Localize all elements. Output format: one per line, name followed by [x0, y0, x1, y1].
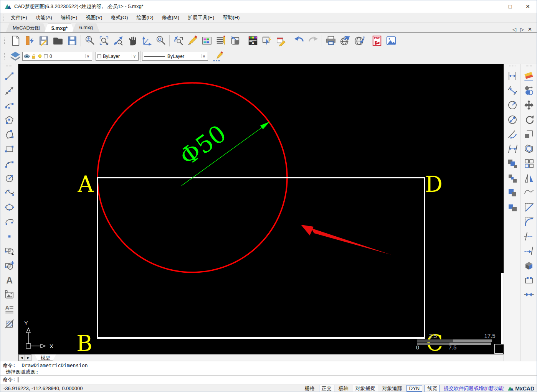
ellipse-icon[interactable]	[2, 200, 17, 214]
feedback-link[interactable]: 提交软件问题或增加新功能	[442, 385, 505, 392]
linetype-edit-icon[interactable]	[210, 49, 225, 63]
explode-icon[interactable]	[521, 258, 537, 273]
open-drawing-icon[interactable]	[22, 34, 36, 48]
draw-edit-icon[interactable]	[185, 34, 200, 48]
rotate-icon[interactable]	[521, 112, 537, 127]
zoom-realtime-icon[interactable]	[83, 34, 97, 48]
zoom-center-icon[interactable]	[154, 34, 168, 48]
minimize-button[interactable]: —	[484, 0, 501, 13]
rectangle-entity[interactable]	[97, 178, 425, 338]
canvas-vscrollbar[interactable]	[501, 273, 504, 344]
named-view-icon[interactable]	[171, 34, 185, 48]
spline-fit-icon[interactable]	[521, 185, 537, 200]
extend-icon[interactable]	[521, 244, 537, 258]
tab-next-button[interactable]: ▷	[520, 26, 524, 32]
fillet-icon[interactable]	[521, 214, 537, 229]
menu-draw[interactable]: 绘图(D)	[132, 13, 157, 22]
menu-ext-tools[interactable]: 扩展工具(E)	[183, 13, 218, 22]
zoom-extents-icon[interactable]	[111, 34, 125, 48]
tab-5mxg[interactable]: 5.mxg*	[45, 23, 75, 32]
menu-view[interactable]: 视图(V)	[81, 13, 106, 22]
menu-help[interactable]: 帮助(H)	[218, 13, 244, 22]
menu-format[interactable]: 格式(O)	[107, 13, 132, 22]
trim-icon[interactable]	[521, 229, 537, 244]
menu-edit[interactable]: 编辑(E)	[56, 13, 81, 22]
text-palette-icon[interactable]: A	[246, 34, 260, 48]
toggle-osnap[interactable]: 对象捕捉	[353, 385, 378, 392]
menu-function[interactable]: 功能(A)	[31, 13, 56, 22]
copy-base-icon[interactable]	[505, 171, 520, 185]
maximize-button[interactable]: □	[501, 0, 519, 13]
vertex-label-a[interactable]: A	[77, 171, 94, 197]
drawing-canvas[interactable]: Φ50 A B C D 2.5	[18, 64, 504, 354]
offset-icon[interactable]	[521, 142, 537, 156]
linetype-select[interactable]: ByLayer ∨	[142, 52, 208, 61]
tab-prev-button[interactable]: ◁	[512, 26, 516, 32]
create-block-icon[interactable]	[2, 258, 17, 273]
image-icon[interactable]	[2, 287, 17, 302]
new-file-icon[interactable]	[8, 34, 22, 48]
move-icon[interactable]	[521, 98, 537, 112]
dim-radius-icon[interactable]	[505, 98, 520, 112]
polyline-icon[interactable]	[2, 127, 17, 142]
layout-next-button[interactable]: ▶	[25, 354, 31, 361]
dim-aligned-icon[interactable]	[505, 83, 520, 98]
web-open-icon[interactable]	[352, 34, 366, 48]
open-file-icon[interactable]	[51, 34, 65, 48]
tab-mxcad-cloud[interactable]: MxCAD云图	[6, 23, 47, 32]
dim-linear-icon[interactable]	[505, 69, 520, 83]
match-properties-icon[interactable]	[274, 34, 288, 48]
close-button[interactable]: ✕	[519, 0, 537, 13]
toggle-otrack[interactable]: 对象追踪	[380, 385, 404, 392]
menu-file[interactable]: 文件(F)	[7, 13, 31, 22]
layout-prev-button[interactable]: ◀	[18, 354, 25, 361]
erase-icon[interactable]	[521, 69, 537, 83]
toggle-dyn[interactable]: DYN	[406, 385, 422, 392]
polygon-icon[interactable]	[2, 112, 17, 127]
arc-start-icon[interactable]	[2, 98, 17, 112]
layers-icon[interactable]	[8, 49, 22, 63]
layer-select[interactable]: 0 ∨	[22, 52, 92, 61]
web-publish-icon[interactable]	[338, 34, 352, 48]
vertex-label-d[interactable]: D	[425, 171, 443, 197]
paste-icon[interactable]	[505, 185, 520, 200]
spline-icon[interactable]	[2, 185, 17, 200]
point-icon[interactable]	[2, 229, 17, 244]
toggle-lineweight[interactable]: 线宽	[425, 385, 440, 392]
command-input[interactable]: 命令:	[0, 376, 537, 384]
viewport-scale-icon[interactable]	[228, 34, 242, 48]
undo-icon[interactable]	[292, 34, 306, 48]
mtext-icon[interactable]: A	[2, 302, 17, 316]
line-icon[interactable]	[2, 69, 17, 83]
quick-select-icon[interactable]	[260, 34, 274, 48]
paste-block-icon[interactable]	[505, 200, 520, 214]
redo-icon[interactable]	[306, 34, 320, 48]
color-select[interactable]: ByLayer ∨	[96, 52, 139, 61]
chamfer-icon[interactable]	[521, 200, 537, 214]
pan-icon[interactable]	[125, 34, 139, 48]
text-icon[interactable]: A	[2, 273, 17, 287]
scale-icon[interactable]	[521, 127, 537, 142]
copy-clip-icon[interactable]	[505, 156, 520, 171]
chevron-down-icon[interactable]: ∨	[85, 54, 91, 58]
tab-close-button[interactable]: ✕	[528, 26, 532, 32]
arc-icon[interactable]	[2, 156, 17, 171]
toggle-ortho[interactable]: 正交	[319, 385, 334, 392]
join-icon[interactable]	[521, 287, 537, 302]
tab-model[interactable]: 模型	[35, 354, 56, 361]
diameter-dimension[interactable]: Φ50	[175, 119, 270, 186]
annotation-arrow[interactable]	[301, 225, 391, 255]
dim-baseline-icon[interactable]	[505, 142, 520, 156]
toggle-polar[interactable]: 极轴	[337, 385, 350, 392]
text-style-icon[interactable]	[214, 34, 228, 48]
insert-block-icon[interactable]	[2, 244, 17, 258]
menu-modify[interactable]: 修改(M)	[157, 13, 183, 22]
print-icon[interactable]	[324, 34, 338, 48]
save-as-icon[interactable]	[65, 34, 79, 48]
copy-icon[interactable]	[521, 83, 537, 98]
dim-angular-icon[interactable]	[505, 127, 520, 142]
rectangle-icon[interactable]	[2, 142, 17, 156]
tab-6mxg[interactable]: 6.mxg	[72, 23, 99, 32]
vertex-label-b[interactable]: B	[76, 331, 93, 354]
color-settings-icon[interactable]	[200, 34, 214, 48]
